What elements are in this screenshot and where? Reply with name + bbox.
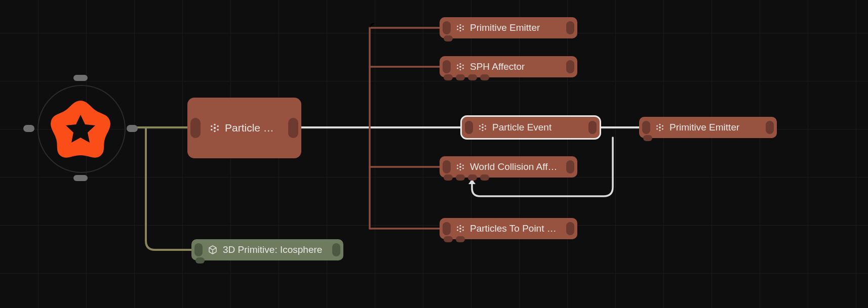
svg-point-46 xyxy=(656,125,658,126)
svg-point-4 xyxy=(211,125,213,127)
node-particle-root[interactable]: Particle Root xyxy=(187,98,301,158)
port-param[interactable] xyxy=(468,74,477,80)
svg-point-1 xyxy=(214,127,216,129)
svg-point-47 xyxy=(662,125,663,126)
port-param[interactable] xyxy=(480,174,489,181)
port-param[interactable] xyxy=(444,74,453,80)
svg-point-6 xyxy=(211,129,213,131)
svg-point-37 xyxy=(459,225,461,227)
svg-point-20 xyxy=(457,68,458,69)
port-out[interactable] xyxy=(566,21,574,34)
particle-icon xyxy=(456,23,465,32)
svg-point-41 xyxy=(457,230,458,231)
port-in[interactable] xyxy=(443,222,451,235)
node-graph-canvas[interactable]: { "colors": { "node_brown": "#985340", "… xyxy=(0,0,868,308)
node-label: Primitive Emitter xyxy=(669,122,739,133)
port-out[interactable] xyxy=(588,121,597,134)
port-param[interactable] xyxy=(444,236,453,242)
node-label: 3D Primitive: Icosphere xyxy=(223,244,322,255)
svg-point-17 xyxy=(459,69,461,70)
particle-icon xyxy=(210,123,220,133)
root-port-right[interactable] xyxy=(127,125,138,132)
svg-point-24 xyxy=(482,129,483,131)
svg-point-19 xyxy=(462,64,464,66)
node-label: World Collision Affect… xyxy=(470,161,559,172)
svg-point-34 xyxy=(457,168,458,169)
svg-point-38 xyxy=(459,231,461,232)
particle-icon xyxy=(456,224,465,233)
node-label: Particles To Point Ge… xyxy=(470,223,559,234)
bottom-ports xyxy=(444,174,489,181)
svg-point-39 xyxy=(457,226,458,228)
port-param[interactable] xyxy=(444,174,453,181)
svg-point-5 xyxy=(217,125,219,127)
svg-point-42 xyxy=(462,230,464,231)
svg-point-22 xyxy=(482,126,484,128)
root-port-top[interactable] xyxy=(73,75,88,81)
svg-point-31 xyxy=(459,169,461,170)
port-in[interactable] xyxy=(194,243,203,256)
svg-point-40 xyxy=(462,226,464,228)
svg-point-28 xyxy=(485,128,486,130)
node-label: Particle Root xyxy=(225,122,279,134)
node-particle-event[interactable]: Particle Event xyxy=(462,117,600,138)
node-primitive-emitter[interactable]: Primitive Emitter xyxy=(440,17,577,38)
bottom-ports xyxy=(643,135,652,141)
port-param[interactable] xyxy=(444,35,453,41)
node-primitive-emitter[interactable]: Primitive Emitter xyxy=(639,117,777,138)
svg-point-36 xyxy=(459,228,461,230)
svg-point-44 xyxy=(659,124,660,125)
node-sph-affector[interactable]: SPH Affector xyxy=(440,56,577,77)
svg-point-14 xyxy=(462,29,464,30)
root-port-left[interactable] xyxy=(23,125,34,132)
particle-icon xyxy=(655,123,664,132)
svg-point-11 xyxy=(457,25,458,27)
port-out[interactable] xyxy=(566,222,574,235)
port-param[interactable] xyxy=(643,135,652,141)
svg-point-7 xyxy=(217,129,219,131)
port-out[interactable] xyxy=(566,60,574,73)
port-param[interactable] xyxy=(456,236,465,242)
port-param[interactable] xyxy=(195,257,205,263)
port-param[interactable] xyxy=(468,174,477,181)
port-in[interactable] xyxy=(443,21,451,34)
scene-root[interactable] xyxy=(27,75,134,181)
node-label: Particle Event xyxy=(492,122,551,133)
svg-point-26 xyxy=(485,125,486,126)
root-port-bottom[interactable] xyxy=(73,175,88,181)
svg-point-29 xyxy=(459,166,461,168)
port-in[interactable] xyxy=(443,60,451,73)
node-label: SPH Affector xyxy=(470,61,525,72)
port-in[interactable] xyxy=(465,121,473,134)
port-param[interactable] xyxy=(480,74,489,80)
port-in[interactable] xyxy=(642,121,650,134)
svg-point-32 xyxy=(457,164,458,166)
particle-icon xyxy=(478,123,487,132)
bottom-ports xyxy=(195,257,205,263)
svg-point-30 xyxy=(459,163,461,165)
particle-icon xyxy=(456,162,465,171)
node-world-collision-affector[interactable]: World Collision Affect… xyxy=(440,156,577,178)
port-in[interactable] xyxy=(190,118,201,138)
port-out[interactable] xyxy=(766,121,774,134)
bottom-ports xyxy=(444,35,453,41)
node-particles-to-point-geometry[interactable]: Particles To Point Ge… xyxy=(440,218,577,239)
root-icon xyxy=(45,93,116,163)
svg-point-48 xyxy=(656,128,658,130)
node-label: Primitive Emitter xyxy=(470,22,540,33)
port-out[interactable] xyxy=(566,160,574,173)
port-out[interactable] xyxy=(288,118,298,138)
svg-point-9 xyxy=(459,24,461,26)
svg-point-13 xyxy=(457,29,458,30)
port-param[interactable] xyxy=(456,174,465,181)
svg-point-25 xyxy=(479,125,481,126)
svg-point-15 xyxy=(459,66,461,68)
port-in[interactable] xyxy=(443,160,451,173)
svg-point-16 xyxy=(459,63,461,65)
svg-point-2 xyxy=(214,124,216,126)
port-out[interactable] xyxy=(332,243,340,256)
port-param[interactable] xyxy=(456,74,465,80)
svg-point-33 xyxy=(462,164,464,166)
svg-point-21 xyxy=(462,68,464,69)
node-3d-primitive-icosphere[interactable]: 3D Primitive: Icosphere xyxy=(191,239,343,260)
